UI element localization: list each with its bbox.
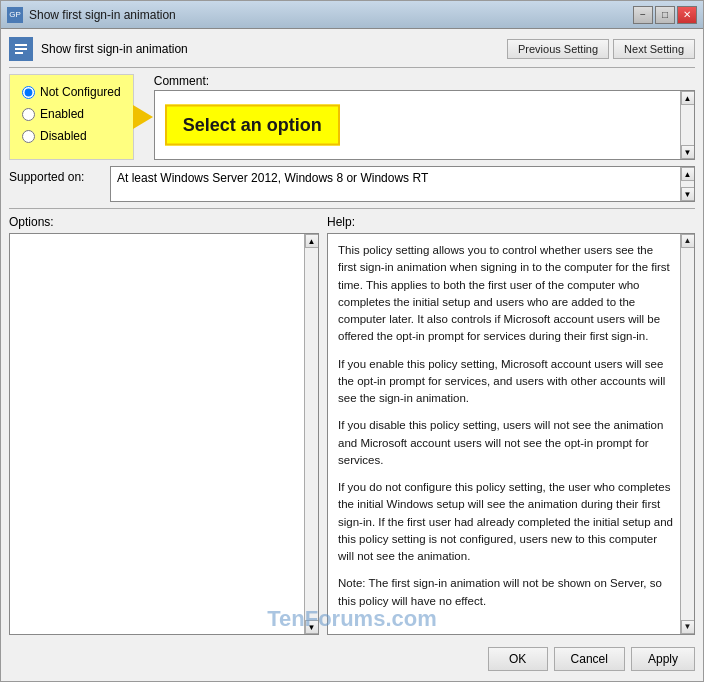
- comment-label: Comment:: [154, 74, 695, 88]
- enabled-radio-label[interactable]: Enabled: [22, 107, 121, 121]
- window-icon: GP: [7, 7, 23, 23]
- comment-scrollbar[interactable]: ▲ ▼: [680, 91, 694, 159]
- scroll-up-arrow[interactable]: ▲: [681, 91, 695, 105]
- bottom-buttons: OK Cancel Apply: [9, 641, 695, 673]
- scroll-down-arrow[interactable]: ▼: [681, 145, 695, 159]
- help-para-2: If you enable this policy setting, Micro…: [338, 356, 674, 408]
- policy-icon: [9, 37, 33, 61]
- close-button[interactable]: ✕: [677, 6, 697, 24]
- supported-scrollbar[interactable]: ▲ ▼: [680, 167, 694, 201]
- help-scroll-up[interactable]: ▲: [681, 234, 695, 248]
- help-para-3: If you disable this policy setting, user…: [338, 417, 674, 469]
- divider-2: [9, 208, 695, 209]
- apply-button[interactable]: Apply: [631, 647, 695, 671]
- options-label: Options:: [9, 215, 319, 229]
- supported-value: At least Windows Server 2012, Windows 8 …: [117, 171, 428, 185]
- callout-arrow: [133, 105, 153, 129]
- help-para-4: If you do not configure this policy sett…: [338, 479, 674, 565]
- help-scrollbar[interactable]: ▲ ▼: [680, 234, 694, 634]
- nav-buttons: Previous Setting Next Setting: [507, 39, 695, 59]
- policy-title-label: Show first sign-in animation: [41, 42, 188, 56]
- select-option-callout: Select an option: [165, 105, 340, 146]
- help-para-5: Note: The first sign-in animation will n…: [338, 575, 674, 610]
- disabled-radio[interactable]: [22, 130, 35, 143]
- title-bar-left: GP Show first sign-in animation: [7, 7, 176, 23]
- enabled-label: Enabled: [40, 107, 84, 121]
- main-window: GP Show first sign-in animation − □ ✕ Sh…: [0, 0, 704, 682]
- sup-scroll-up[interactable]: ▲: [681, 167, 695, 181]
- supported-box: At least Windows Server 2012, Windows 8 …: [110, 166, 695, 202]
- two-col: Options: ▲ ▼ Help: This policy setting a…: [9, 215, 695, 635]
- prev-setting-button[interactable]: Previous Setting: [507, 39, 609, 59]
- supported-label: Supported on:: [9, 166, 104, 184]
- content-area: Show first sign-in animation Previous Se…: [1, 29, 703, 681]
- disabled-radio-label[interactable]: Disabled: [22, 129, 121, 143]
- next-setting-button[interactable]: Next Setting: [613, 39, 695, 59]
- svg-rect-2: [15, 48, 27, 50]
- window-title: Show first sign-in animation: [29, 8, 176, 22]
- opt-scroll-up[interactable]: ▲: [305, 234, 319, 248]
- divider-1: [9, 67, 695, 68]
- supported-row: Supported on: At least Windows Server 20…: [9, 166, 695, 202]
- sup-scroll-down[interactable]: ▼: [681, 187, 695, 201]
- svg-rect-3: [15, 52, 23, 54]
- help-scroll-down[interactable]: ▼: [681, 620, 695, 634]
- svg-rect-1: [15, 44, 27, 46]
- radio-panel: Not Configured Enabled Disabled: [9, 74, 134, 160]
- opt-scroll-down[interactable]: ▼: [305, 620, 319, 634]
- not-configured-radio-label[interactable]: Not Configured: [22, 85, 121, 99]
- comment-section: Comment: Select an option ▲ ▼: [154, 74, 695, 160]
- scroll-track: [682, 105, 694, 145]
- minimize-button[interactable]: −: [633, 6, 653, 24]
- not-configured-radio[interactable]: [22, 86, 35, 99]
- radio-comment-row: Not Configured Enabled Disabled Comment:…: [9, 74, 695, 160]
- help-col: Help: This policy setting allows you to …: [327, 215, 695, 635]
- help-box: This policy setting allows you to contro…: [327, 233, 695, 635]
- top-row: Show first sign-in animation Previous Se…: [9, 37, 695, 61]
- help-scroll-track: [682, 248, 694, 620]
- title-bar: GP Show first sign-in animation − □ ✕: [1, 1, 703, 29]
- enabled-radio[interactable]: [22, 108, 35, 121]
- options-box: ▲ ▼: [9, 233, 319, 635]
- help-para-1: This policy setting allows you to contro…: [338, 242, 674, 346]
- help-label: Help:: [327, 215, 695, 229]
- title-buttons: − □ ✕: [633, 6, 697, 24]
- options-scrollbar[interactable]: ▲ ▼: [304, 234, 318, 634]
- disabled-label: Disabled: [40, 129, 87, 143]
- policy-title-row: Show first sign-in animation: [9, 37, 188, 61]
- maximize-button[interactable]: □: [655, 6, 675, 24]
- ok-button[interactable]: OK: [488, 647, 548, 671]
- comment-box: Select an option ▲ ▼: [154, 90, 695, 160]
- options-col: Options: ▲ ▼: [9, 215, 319, 635]
- cancel-button[interactable]: Cancel: [554, 647, 625, 671]
- opt-scroll-track: [306, 248, 318, 620]
- not-configured-label: Not Configured: [40, 85, 121, 99]
